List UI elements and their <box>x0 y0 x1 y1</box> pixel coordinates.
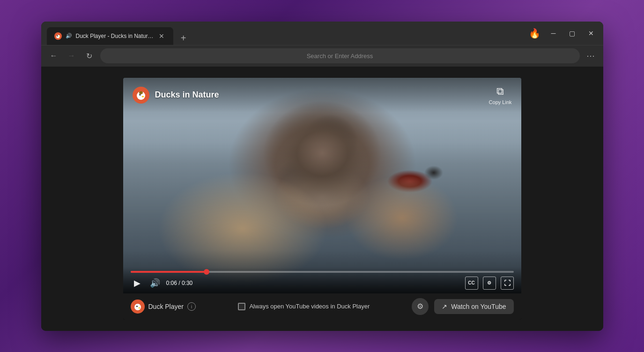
menu-dots-icon: ⋯ <box>586 51 595 61</box>
copy-icon: ⧉ <box>496 85 504 97</box>
captions-icon: CC <box>468 280 474 285</box>
refresh-button[interactable]: ↻ <box>82 49 96 63</box>
svg-point-12 <box>137 306 137 306</box>
ddg-flame-icon: 🔥 <box>528 27 541 40</box>
always-open-checkbox[interactable] <box>238 303 245 310</box>
always-open-label: Always open YouTube videos in Duck Playe… <box>249 303 370 310</box>
fullscreen-button[interactable]: ⛶ <box>501 277 514 290</box>
copy-link-label: Copy Link <box>489 99 512 105</box>
close-button[interactable]: ✕ <box>585 27 598 40</box>
duck-player-label: Duck Player <box>148 303 184 310</box>
dp-center-area: Always open YouTube videos in Duck Playe… <box>202 303 407 310</box>
svg-point-7 <box>140 94 140 94</box>
browser-window: 🔊 Duck Player - Ducks in Natur… ✕ + 🔥 ─ … <box>41 22 603 331</box>
time-display: 0:06 / 0:30 <box>166 280 193 286</box>
svg-point-11 <box>136 306 138 307</box>
video-title-area: Ducks in Nature <box>133 87 219 104</box>
active-tab[interactable]: 🔊 Duck Player - Ducks in Natur… ✕ <box>47 27 173 45</box>
copy-link-button[interactable]: ⧉ Copy Link <box>489 85 512 105</box>
toolbar: ← → ↻ Search or Enter Address ⋯ <box>41 45 603 67</box>
tab-mute-icon: 🔊 <box>66 33 72 39</box>
checkbox-area: Always open YouTube videos in Duck Playe… <box>238 303 370 310</box>
svg-point-8 <box>141 96 144 97</box>
volume-button[interactable]: 🔊 <box>148 277 162 290</box>
watch-youtube-button[interactable]: ↗ Watch on YouTube <box>434 299 513 314</box>
address-text: Search or Enter Address <box>108 52 572 60</box>
minimize-button[interactable]: ─ <box>547 27 560 40</box>
video-controls: ▶ 🔊 0:06 / 0:30 CC <box>123 267 521 293</box>
menu-button[interactable]: ⋯ <box>584 49 598 63</box>
ddg-duck-logo-svg <box>136 90 146 100</box>
back-icon: ← <box>50 52 58 60</box>
external-link-icon: ↗ <box>442 303 447 310</box>
address-bar[interactable]: Search or Enter Address <box>100 48 580 63</box>
volume-icon: 🔊 <box>150 278 160 288</box>
time-separator: / <box>178 280 180 286</box>
dp-logo-area: Duck Player i <box>131 300 196 314</box>
tab-favicon <box>54 32 62 40</box>
settings-icon: ⚙ <box>487 280 491 285</box>
captions-button[interactable]: CC <box>465 277 478 290</box>
watch-youtube-label: Watch on YouTube <box>451 303 506 310</box>
duck-player-container: Ducks in Nature ⧉ Copy Link ▶ <box>123 78 521 320</box>
tab-area: 🔊 Duck Player - Ducks in Natur… ✕ + <box>47 22 528 45</box>
progress-bar[interactable] <box>131 271 514 273</box>
refresh-icon: ↻ <box>86 52 92 60</box>
video-header: Ducks in Nature ⧉ Copy Link <box>123 78 521 112</box>
forward-button[interactable]: → <box>65 49 79 63</box>
play-icon: ▶ <box>134 278 141 288</box>
svg-point-13 <box>138 307 140 308</box>
time-total: 0:30 <box>182 280 192 286</box>
svg-point-1 <box>56 35 60 38</box>
svg-point-3 <box>59 37 60 37</box>
play-button[interactable]: ▶ <box>131 277 144 290</box>
video-area[interactable]: Ducks in Nature ⧉ Copy Link ▶ <box>123 78 521 293</box>
title-bar: 🔊 Duck Player - Ducks in Natur… ✕ + 🔥 ─ … <box>41 22 603 45</box>
duck-player-bottom-bar: Duck Player i Always open YouTube videos… <box>123 293 521 320</box>
dp-logo-circle <box>131 300 145 314</box>
progress-fill <box>131 271 207 273</box>
tab-title: Duck Player - Ducks in Natur… <box>76 33 154 39</box>
settings-button[interactable]: ⚙ <box>483 277 496 290</box>
svg-point-2 <box>57 35 58 36</box>
dp-settings-button[interactable]: ⚙ <box>412 298 429 315</box>
fullscreen-icon: ⛶ <box>504 279 511 287</box>
video-title: Ducks in Nature <box>155 90 219 100</box>
dp-duck-logo <box>133 302 142 311</box>
content-area: Ducks in Nature ⧉ Copy Link ▶ <box>41 67 603 331</box>
window-controls: 🔥 ─ ▢ ✕ <box>528 27 598 40</box>
new-tab-button[interactable]: + <box>177 32 190 45</box>
controls-row: ▶ 🔊 0:06 / 0:30 CC <box>131 277 514 290</box>
back-button[interactable]: ← <box>47 49 61 63</box>
ddg-logo <box>133 87 149 104</box>
info-symbol: i <box>191 304 192 309</box>
dp-settings-icon: ⚙ <box>417 302 423 311</box>
time-current: 0:06 <box>166 280 177 286</box>
info-icon-button[interactable]: i <box>187 302 196 311</box>
maximize-button[interactable]: ▢ <box>566 27 579 40</box>
tab-close-button[interactable]: ✕ <box>157 32 166 40</box>
forward-icon: → <box>68 52 75 60</box>
